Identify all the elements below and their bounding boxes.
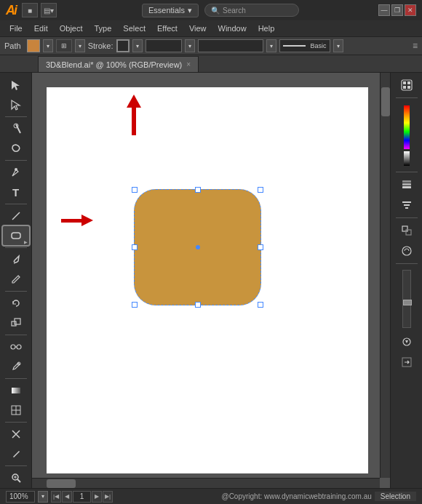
first-artboard-btn[interactable]: |◀ bbox=[51, 491, 61, 503]
options-menu-icon[interactable]: ≡ bbox=[413, 41, 418, 51]
handle-tm bbox=[195, 187, 201, 193]
stroke-style-box[interactable]: Basic bbox=[279, 39, 330, 52]
vertical-scrollbar[interactable] bbox=[380, 73, 390, 478]
pen-tool[interactable] bbox=[3, 163, 29, 182]
arrange-icon-btn[interactable]: ▤▾ bbox=[41, 3, 57, 17]
zoom-dropdown[interactable]: ▾ bbox=[38, 491, 48, 503]
zoom-slider[interactable] bbox=[402, 270, 411, 328]
essentials-dropdown[interactable]: Essentials ▾ bbox=[142, 4, 199, 17]
menu-select[interactable]: Select bbox=[118, 23, 151, 34]
color-strip-area bbox=[404, 104, 410, 166]
svg-rect-20 bbox=[403, 81, 406, 84]
layers-btn[interactable] bbox=[394, 175, 420, 194]
next-artboard-btn[interactable]: ▶ bbox=[92, 491, 102, 503]
options-bar: Path ▾ ⊞ ▾ Stroke: ▾ ▾ ▾ Basic ▾ ≡ bbox=[0, 36, 422, 55]
menu-help[interactable]: Help bbox=[253, 23, 280, 34]
lasso-tool[interactable] bbox=[3, 139, 29, 158]
selection-tool[interactable] bbox=[3, 76, 29, 95]
handle-br bbox=[258, 302, 263, 308]
zoom-slider-thumb[interactable] bbox=[403, 300, 412, 305]
color-spectrum-strip[interactable] bbox=[404, 105, 410, 149]
basic-dropdown[interactable]: ▾ bbox=[333, 39, 343, 52]
window-controls: — ❐ ✕ bbox=[378, 4, 416, 16]
rounded-rectangle-tool[interactable]: ▶ bbox=[3, 226, 29, 245]
file-icon-btn[interactable]: ■ bbox=[22, 3, 38, 17]
pencil-tool[interactable] bbox=[3, 270, 29, 289]
stroke-color-swatch[interactable] bbox=[116, 39, 130, 52]
fill-type-dropdown[interactable]: ▾ bbox=[75, 39, 85, 52]
horizontal-scrollbar[interactable] bbox=[32, 478, 380, 488]
svg-rect-29 bbox=[405, 207, 408, 209]
arrow-up-shaft bbox=[132, 108, 136, 135]
handle-bl bbox=[132, 302, 138, 308]
scrollbar-v-thumb[interactable] bbox=[381, 87, 390, 116]
eraser-tool[interactable] bbox=[3, 444, 29, 463]
handle-tl bbox=[132, 187, 138, 193]
last-artboard-btn[interactable]: ▶| bbox=[103, 491, 113, 503]
type-tool[interactable]: T bbox=[3, 183, 29, 201]
appearance-btn[interactable] bbox=[394, 241, 420, 260]
blend-tool[interactable] bbox=[3, 337, 29, 356]
mesh-tool[interactable] bbox=[3, 401, 29, 420]
right-separator-2 bbox=[396, 172, 418, 172]
gradient-tool[interactable] bbox=[3, 381, 29, 400]
zoom-tool[interactable] bbox=[3, 468, 29, 487]
symbols-btn[interactable] bbox=[394, 332, 420, 351]
svg-rect-28 bbox=[404, 204, 410, 206]
menu-window[interactable]: Window bbox=[213, 23, 252, 34]
fill-type-btn[interactable]: ⊞ bbox=[56, 39, 72, 52]
right-separator-4 bbox=[396, 263, 418, 264]
move-to-btn[interactable] bbox=[394, 353, 420, 372]
fill-dropdown[interactable]: ▾ bbox=[43, 39, 53, 52]
stroke-weight-box[interactable] bbox=[146, 39, 182, 52]
search-box[interactable]: 🔍 Search bbox=[204, 4, 299, 17]
stroke-dropdown[interactable]: ▾ bbox=[132, 39, 143, 52]
style-box[interactable] bbox=[198, 39, 263, 52]
transform-btn[interactable] bbox=[394, 221, 420, 240]
artboard-navigation: |◀ ◀ 1 ▶ ▶| bbox=[51, 491, 113, 503]
magic-wand-tool[interactable] bbox=[3, 119, 29, 138]
tab-close-button[interactable]: × bbox=[186, 60, 191, 68]
menu-type[interactable]: Type bbox=[89, 23, 117, 34]
svg-point-8 bbox=[17, 345, 21, 349]
svg-rect-27 bbox=[402, 201, 411, 203]
scrollbar-h-thumb[interactable] bbox=[47, 479, 76, 488]
toolbar-separator-3 bbox=[5, 204, 27, 204]
svg-rect-22 bbox=[403, 86, 406, 89]
scale-tool[interactable] bbox=[3, 313, 29, 332]
handle-mr bbox=[258, 244, 263, 250]
menu-effect[interactable]: Effect bbox=[152, 23, 183, 34]
eyedropper-tool[interactable] bbox=[3, 357, 29, 376]
style-dropdown[interactable]: ▾ bbox=[266, 39, 276, 52]
svg-line-3 bbox=[12, 212, 20, 220]
svg-rect-4 bbox=[12, 233, 20, 239]
menu-object[interactable]: Object bbox=[55, 23, 88, 34]
gray-strip[interactable] bbox=[404, 151, 410, 166]
menu-edit[interactable]: Edit bbox=[29, 23, 53, 34]
fill-color-swatch[interactable] bbox=[27, 39, 40, 52]
right-panel-btn-1[interactable] bbox=[394, 76, 420, 95]
current-page-box[interactable]: 1 bbox=[73, 491, 91, 503]
toolbar-separator-4 bbox=[5, 247, 27, 248]
zoom-box[interactable]: 100% bbox=[6, 491, 35, 503]
direct-selection-tool[interactable] bbox=[3, 95, 29, 114]
close-button[interactable]: ✕ bbox=[405, 4, 416, 16]
menu-view[interactable]: View bbox=[184, 23, 212, 34]
minimize-button[interactable]: — bbox=[378, 4, 390, 16]
menu-file[interactable]: File bbox=[4, 23, 28, 34]
rotate-tool[interactable] bbox=[3, 294, 29, 313]
artboard bbox=[47, 87, 368, 473]
prev-artboard-btn[interactable]: ◀ bbox=[62, 491, 72, 503]
document-tab[interactable]: 3D&Blend.ai* @ 100% (RGB/Preview) × bbox=[38, 56, 199, 72]
rounded-rectangle-shape[interactable] bbox=[134, 189, 261, 305]
align-btn[interactable] bbox=[394, 196, 420, 215]
maximize-button[interactable]: ❐ bbox=[391, 4, 403, 16]
arrow-left-shaft bbox=[61, 219, 83, 223]
line-tool[interactable] bbox=[3, 207, 29, 225]
slice-tool[interactable] bbox=[3, 425, 29, 444]
stroke-weight-dropdown[interactable]: ▾ bbox=[185, 39, 195, 52]
copyright-info: @Copyright: www.dynamicwebtraining.com.a… bbox=[222, 492, 372, 500]
status-mode-label: Selection bbox=[375, 492, 416, 501]
svg-rect-11 bbox=[12, 388, 20, 393]
paintbrush-tool[interactable] bbox=[3, 250, 29, 269]
